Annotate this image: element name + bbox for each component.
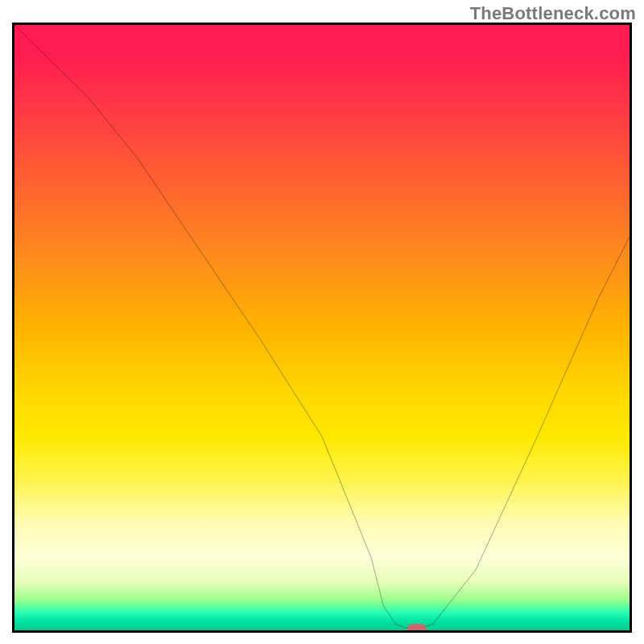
chart-stage: TheBottleneck.com — [0, 0, 644, 644]
plot-area — [12, 23, 632, 633]
watermark-text: TheBottleneck.com — [470, 3, 636, 24]
bottleneck-curve — [14, 25, 630, 630]
optimal-point-marker — [407, 624, 427, 633]
